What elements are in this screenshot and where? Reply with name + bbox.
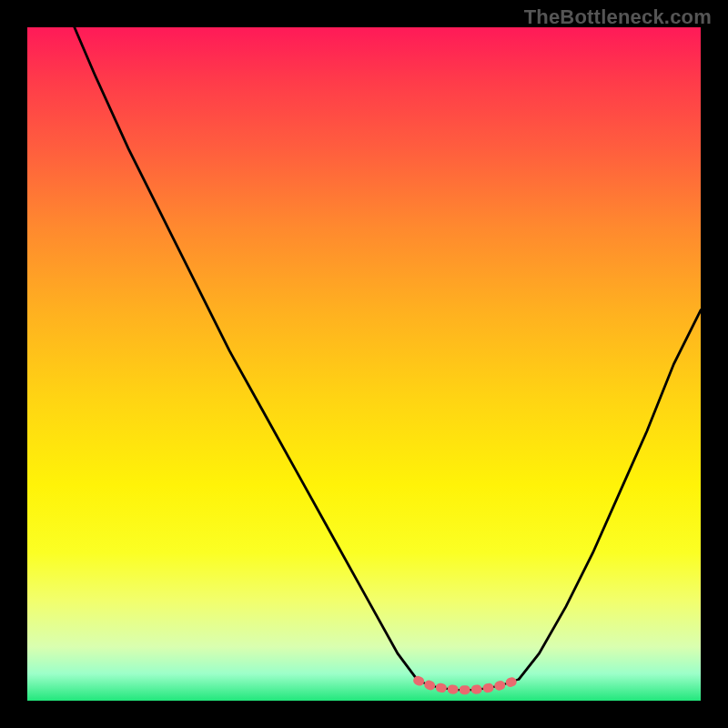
watermark-text: TheBottleneck.com	[524, 5, 712, 29]
curve-right-branch	[519, 310, 701, 680]
bottom-dotted-marker	[418, 679, 519, 690]
plot-area	[27, 27, 701, 701]
outer-frame: TheBottleneck.com	[0, 0, 728, 728]
chart-svg	[27, 27, 701, 701]
curve-left-branch	[75, 27, 418, 681]
